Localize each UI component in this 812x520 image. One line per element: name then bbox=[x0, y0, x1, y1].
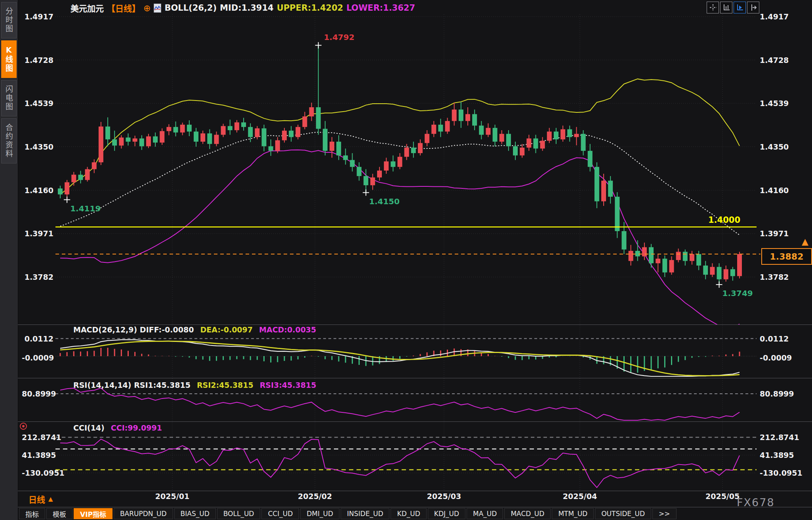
macd-label: MACD(26,12,9) bbox=[73, 325, 137, 334]
price-axis-label-right: 1.4539 bbox=[760, 99, 789, 108]
price-axis-label-left: 1.4160 bbox=[22, 186, 53, 195]
trading-app-window: 分时图 K线图 闪电图 合约资料 美元加元 【日线】 ⊕ BOLL(26,2) … bbox=[0, 0, 812, 520]
price-axis-label-right: 1.4728 bbox=[760, 56, 789, 65]
rsi-label: RSI(14,14,14) bbox=[73, 381, 132, 389]
price-axis-label-left: 1.4917 bbox=[22, 12, 53, 21]
rsi1-value: RSI1:45.3815 bbox=[134, 381, 191, 389]
hline-price-label: 1.4000 bbox=[708, 215, 740, 225]
macd-axis-label-right: 0.0112 bbox=[760, 334, 789, 343]
axis-play-icon[interactable] bbox=[734, 2, 746, 13]
toolbar-button-模板[interactable]: 模板 bbox=[46, 508, 72, 519]
toolbar-button-VIP指标[interactable]: VIP指标 bbox=[74, 508, 112, 519]
toolbar-button-OUTSIDE_UD[interactable]: OUTSIDE_UD bbox=[595, 508, 651, 519]
cci-panel bbox=[55, 437, 757, 488]
price-axis-label-left: 1.4539 bbox=[22, 99, 53, 108]
cci-axis-label-left: 41.3895 bbox=[22, 451, 53, 459]
cci-value: CCI:99.0991 bbox=[111, 423, 162, 432]
date-axis-label: 2025/03 bbox=[427, 492, 461, 501]
rsi-axis-label-right: 80.8999 bbox=[760, 389, 794, 398]
rsi3-value: RSI3:45.3815 bbox=[260, 381, 316, 389]
toolbar-button-MTM_UD[interactable]: MTM_UD bbox=[552, 508, 594, 519]
boll-mid-value: MID:1.3914 bbox=[220, 3, 274, 13]
cci-header: CCI(14) CCI:99.0991 bbox=[73, 423, 162, 432]
date-axis-label: 2025/01 bbox=[155, 492, 189, 501]
chart-canvas[interactable] bbox=[0, 0, 812, 520]
axis-bars-icon[interactable] bbox=[720, 2, 732, 13]
price-axis-label-left: 1.4728 bbox=[22, 56, 53, 65]
boll-label: BOLL(26,2) bbox=[164, 3, 217, 13]
macd-dea-value: DEA:-0.0097 bbox=[200, 325, 253, 334]
price-axis-label-right: 1.4917 bbox=[760, 12, 789, 21]
toolbar-button->>[interactable]: >> bbox=[652, 508, 677, 519]
timeframe-label: 日线 bbox=[29, 493, 45, 505]
macd-header: MACD(26,12,9) DIFF:-0.0080 DEA:-0.0097 M… bbox=[73, 325, 316, 334]
price-axis-label-left: 1.3971 bbox=[22, 229, 53, 238]
toolbar-button-MA_UD[interactable]: MA_UD bbox=[467, 508, 503, 519]
brand-watermark: FX678 bbox=[737, 496, 775, 509]
boll-upper-value: UPPER:1.4202 bbox=[277, 3, 343, 13]
bollinger-bands bbox=[60, 79, 740, 328]
macd-diff-value: DIFF:-0.0080 bbox=[140, 325, 194, 334]
price-axis-label-right: 1.4160 bbox=[760, 186, 789, 195]
rsi2-value: RSI2:45.3815 bbox=[197, 381, 254, 389]
toolbar-button-指标[interactable]: 指标 bbox=[19, 508, 45, 519]
chart-layout-buttons bbox=[707, 2, 759, 13]
macd-panel bbox=[55, 339, 757, 376]
candles bbox=[58, 45, 742, 285]
triangle-up-icon: ▲ bbox=[48, 495, 53, 503]
symbol-name: 美元加元 bbox=[71, 2, 104, 14]
rsi-header: RSI(14,14,14) RSI1:45.3815 RSI2:45.3815 … bbox=[73, 381, 316, 389]
macd-axis-label-left: -0.0009 bbox=[22, 353, 53, 362]
macd-axis-label-left: 0.0112 bbox=[22, 334, 53, 343]
add-indicator-icon[interactable]: ⊕ bbox=[143, 3, 151, 13]
cci-axis-label-right: 41.3895 bbox=[760, 451, 794, 459]
extreme-price-annotation: 1.3749 bbox=[722, 288, 753, 298]
timeframe-selector[interactable]: 日线 ▲ bbox=[29, 493, 53, 505]
toolbar-button-BARUPDN_UD[interactable]: BARUPDN_UD bbox=[114, 508, 173, 519]
axis-shift-icon[interactable] bbox=[747, 2, 759, 13]
cci-axis-label-right: 212.8741 bbox=[760, 433, 799, 442]
toolbar-button-INSIDE_UD[interactable]: INSIDE_UD bbox=[341, 508, 389, 519]
cci-axis-label-left: 212.8741 bbox=[22, 433, 53, 442]
date-axis-label: 2025/05 bbox=[705, 492, 740, 501]
toolbar-button-BOLL_UD[interactable]: BOLL_UD bbox=[217, 508, 261, 519]
cci-axis-label-right: -130.0951 bbox=[760, 469, 802, 477]
price-axis-label-right: 1.3782 bbox=[760, 273, 789, 281]
extreme-price-annotation: 1.4119 bbox=[70, 204, 101, 213]
price-axis-label-left: 1.3782 bbox=[22, 273, 53, 281]
cci-axis-label-left: -130.0951 bbox=[22, 469, 53, 477]
toolbar-button-KD_UD[interactable]: KD_UD bbox=[391, 508, 426, 519]
boll-lower-value: LOWER:1.3627 bbox=[346, 3, 415, 13]
rsi-panel bbox=[55, 388, 757, 420]
timeframe-tag: 【日线】 bbox=[107, 2, 140, 14]
record-bullseye-icon[interactable] bbox=[20, 423, 27, 430]
mini-chart-icon[interactable] bbox=[154, 4, 161, 13]
toolbar-button-CCI_UD[interactable]: CCI_UD bbox=[261, 508, 299, 519]
toolbar-button-KDJ_UD[interactable]: KDJ_UD bbox=[428, 508, 465, 519]
toolbar-button-MACD_UD[interactable]: MACD_UD bbox=[504, 508, 551, 519]
macd-value: MACD:0.0035 bbox=[259, 325, 316, 334]
rsi-axis-label-left: 80.8999 bbox=[22, 389, 53, 398]
macd-axis-label-right: -0.0009 bbox=[760, 353, 792, 362]
price-axis-label-right: 1.4350 bbox=[760, 142, 789, 151]
price-axis-label-right: 1.3971 bbox=[760, 229, 789, 238]
toolbar-button-BIAS_UD[interactable]: BIAS_UD bbox=[174, 508, 216, 519]
last-price-box: 1.3882 bbox=[761, 248, 812, 265]
date-axis-label: 2025/04 bbox=[563, 492, 597, 501]
indicator-toolbar: 指标模板VIP指标BARUPDN_UDBIAS_UDBOLL_UDCCI_UDD… bbox=[19, 508, 677, 519]
cci-label: CCI(14) bbox=[73, 423, 105, 432]
date-axis-label: 2025/02 bbox=[298, 492, 332, 501]
extreme-price-annotation: 1.4150 bbox=[369, 197, 400, 206]
pan-crosshair-icon[interactable] bbox=[707, 2, 719, 13]
extreme-price-annotation: 1.4792 bbox=[324, 32, 355, 42]
chart-title-bar: 美元加元 【日线】 ⊕ BOLL(26,2) MID:1.3914 UPPER:… bbox=[71, 2, 415, 13]
arrow-up-icon: ▲ bbox=[802, 237, 808, 247]
price-axis-label-left: 1.4350 bbox=[22, 142, 53, 151]
toolbar-button-DMI_UD[interactable]: DMI_UD bbox=[300, 508, 339, 519]
